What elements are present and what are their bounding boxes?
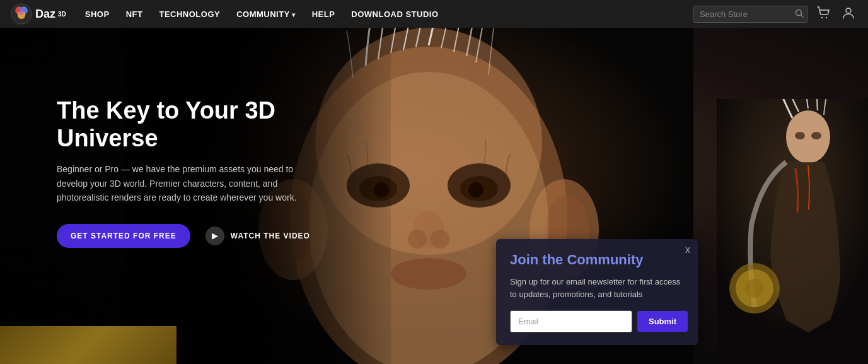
popup-text: Sign up for our email newsletter for fir… [510, 276, 684, 300]
search-button[interactable] [795, 9, 804, 20]
nav-nft[interactable]: NFT [120, 7, 149, 21]
community-popup: x Join the Community Sign up for our ema… [496, 239, 698, 345]
svg-point-31 [786, 110, 830, 163]
nav-technology[interactable]: TECHNOLOGY [153, 7, 226, 21]
nav-download-studio[interactable]: DOWNLOAD STUDIO [345, 7, 444, 21]
bottom-gold-strip [0, 326, 176, 364]
search-input[interactable] [693, 6, 807, 23]
search-box [693, 6, 807, 23]
popup-submit-button[interactable]: Submit [637, 311, 688, 332]
logo-superscript: 3D [58, 11, 66, 18]
email-input[interactable] [510, 310, 632, 332]
svg-point-24 [468, 182, 483, 197]
svg-point-9 [826, 16, 827, 18]
popup-form: Submit [510, 310, 684, 332]
popup-title: Join the Community [510, 252, 684, 268]
svg-point-33 [811, 132, 821, 139]
hero-title: The Key to Your 3D Universe [57, 97, 359, 152]
svg-point-32 [795, 132, 805, 139]
svg-point-28 [391, 258, 466, 290]
logo[interactable]: Daz 3D [10, 3, 66, 25]
svg-point-8 [821, 16, 823, 18]
svg-point-36 [745, 279, 764, 298]
hero-buttons: GET STARTED FOR FREE ▶ WATCH THE VIDEO [57, 224, 359, 248]
hero-character-right [717, 99, 868, 364]
cart-button[interactable] [814, 3, 833, 25]
svg-point-10 [846, 8, 851, 13]
watch-video-label: WATCH THE VIDEO [231, 232, 310, 240]
watch-video-button[interactable]: ▶ WATCH THE VIDEO [205, 226, 310, 245]
nav-community[interactable]: COMMUNITY [230, 7, 301, 21]
hero-section: The Key to Your 3D Universe Beginner or … [0, 28, 868, 364]
svg-point-27 [431, 230, 449, 249]
nav-shop[interactable]: SHOP [79, 7, 116, 21]
hero-content: The Key to Your 3D Universe Beginner or … [57, 97, 359, 248]
svg-point-26 [408, 230, 427, 249]
nav-help[interactable]: HELP [306, 7, 342, 21]
user-button[interactable] [839, 3, 858, 25]
svg-line-7 [801, 15, 804, 17]
navbar: Daz 3D SHOP NFT TECHNOLOGY COMMUNITY HEL… [0, 0, 868, 28]
play-icon: ▶ [205, 226, 224, 245]
nav-links: SHOP NFT TECHNOLOGY COMMUNITY HELP DOWNL… [79, 7, 693, 21]
popup-close-button[interactable]: x [685, 244, 690, 255]
nav-right [693, 3, 858, 25]
logo-text: Daz [35, 8, 55, 21]
get-started-button[interactable]: GET STARTED FOR FREE [57, 224, 190, 248]
svg-point-5 [19, 9, 23, 15]
hero-subtitle: Beginner or Pro — we have the premium as… [57, 162, 321, 204]
